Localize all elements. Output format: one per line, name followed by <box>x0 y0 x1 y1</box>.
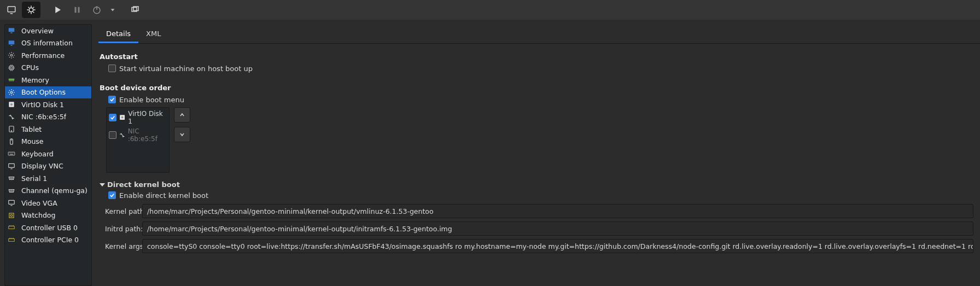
boot-device-list[interactable]: VirtIO Disk 1NIC :6b:e5:5f <box>106 107 170 173</box>
svg-rect-53 <box>9 164 15 167</box>
sidebar-item-label: Display VNC <box>21 162 63 170</box>
sidebar-item-performance[interactable]: Performance <box>5 49 91 62</box>
field-input[interactable]: console=ttyS0 console=tty0 root=live:htt… <box>142 239 973 253</box>
sidebar-item-nic-6b-e5-5f[interactable]: NIC :6b:e5:5f <box>5 111 91 124</box>
details-button[interactable] <box>22 2 40 18</box>
kernel-field-row: Initrd path:/home/marc/Projects/Personal… <box>105 221 979 236</box>
svg-rect-36 <box>10 80 11 81</box>
svg-rect-38 <box>13 80 14 81</box>
monitor-blue-icon <box>6 39 17 48</box>
tablet-icon <box>6 125 17 133</box>
sidebar-item-label: Controller PCIe 0 <box>21 236 79 244</box>
run-button[interactable] <box>48 2 67 18</box>
field-label: Kernel path: <box>105 207 138 215</box>
toolbar <box>0 0 980 20</box>
sidebar-item-serial-1[interactable]: Serial 1 <box>5 172 91 185</box>
pause-button[interactable] <box>68 2 86 18</box>
boot-device-checkbox[interactable] <box>109 131 116 139</box>
svg-point-41 <box>10 103 13 106</box>
shutdown-menu-chevron-icon[interactable] <box>107 7 118 13</box>
svg-marker-11 <box>55 7 61 13</box>
shutdown-button[interactable] <box>88 2 106 18</box>
gear-icon <box>6 51 17 60</box>
sidebar-item-mouse[interactable]: Mouse <box>5 136 91 148</box>
watchdog-icon <box>6 211 17 220</box>
sidebar-item-label: Video VGA <box>21 199 57 207</box>
monitor-icon <box>6 162 17 171</box>
svg-rect-34 <box>9 79 15 81</box>
tab-details[interactable]: Details <box>98 24 138 43</box>
sidebar-item-keyboard[interactable]: Keyboard <box>5 148 91 160</box>
field-input[interactable]: /home/marc/Projects/Personal/gentoo-mini… <box>142 221 973 236</box>
svg-rect-19 <box>9 28 15 32</box>
svg-rect-21 <box>9 40 15 44</box>
nic-icon <box>6 113 17 121</box>
sidebar-item-controller-pcie-0[interactable]: Controller PCIe 0 <box>5 234 91 247</box>
sidebar-item-label: VirtIO Disk 1 <box>21 101 64 109</box>
svg-line-10 <box>33 7 34 8</box>
snapshots-button[interactable] <box>126 2 144 18</box>
boot-device-row[interactable]: NIC :6b:e5:5f <box>107 126 169 144</box>
svg-rect-61 <box>9 201 15 205</box>
svg-rect-37 <box>12 80 13 81</box>
sidebar-item-memory[interactable]: Memory <box>5 74 91 86</box>
svg-rect-24 <box>10 66 14 69</box>
cpu-icon <box>6 63 17 72</box>
sidebar-item-channel-qemu-ga-[interactable]: Channel (qemu-ga) <box>5 185 91 197</box>
sidebar-item-label: Keyboard <box>21 150 54 158</box>
field-label: Initrd path: <box>105 225 138 233</box>
nic-icon <box>119 132 126 138</box>
svg-rect-46 <box>8 152 15 155</box>
sidebar-item-label: Mouse <box>21 137 44 145</box>
controller-icon <box>6 223 17 232</box>
boot-move-down-button[interactable] <box>174 127 190 142</box>
sidebar-item-label: Controller USB 0 <box>21 224 78 232</box>
sidebar-item-overview[interactable]: Overview <box>5 25 91 37</box>
sidebar-item-label: Memory <box>21 76 49 84</box>
sidebar-item-label: Performance <box>21 51 65 60</box>
sidebar-item-label: Serial 1 <box>21 174 47 183</box>
hardware-sidebar: OverviewOS informationPerformanceCPUsMem… <box>4 24 92 286</box>
field-input[interactable]: /home/marc/Projects/Personal/gentoo-mini… <box>142 204 973 218</box>
enable-direct-kernel-checkbox[interactable] <box>108 191 116 199</box>
svg-rect-63 <box>9 213 14 218</box>
boot-move-up-button[interactable] <box>174 107 190 122</box>
sidebar-item-virtio-disk-1[interactable]: VirtIO Disk 1 <box>5 98 91 111</box>
svg-point-57 <box>12 178 13 179</box>
sidebar-item-label: Watchdog <box>21 211 55 219</box>
autostart-checkbox[interactable] <box>108 65 116 72</box>
svg-rect-12 <box>75 7 77 13</box>
memory-icon <box>6 75 17 84</box>
sidebar-item-display-vnc[interactable]: Display VNC <box>5 160 91 173</box>
boot-device-row[interactable]: VirtIO Disk 1 <box>107 109 169 126</box>
sidebar-item-watchdog[interactable]: Watchdog <box>5 209 91 222</box>
direct-kernel-title: Direct kernel boot <box>107 180 180 189</box>
enable-boot-menu-label: Enable boot menu <box>119 96 184 104</box>
direct-kernel-expander[interactable]: Direct kernel boot <box>100 180 979 189</box>
serial-icon <box>6 174 17 183</box>
monitor-icon <box>6 199 17 207</box>
svg-point-43 <box>11 131 11 131</box>
svg-point-23 <box>10 55 13 57</box>
sidebar-item-cpus[interactable]: CPUs <box>5 62 91 74</box>
sidebar-item-label: NIC :6b:e5:5f <box>21 113 66 121</box>
svg-rect-22 <box>10 45 13 45</box>
svg-line-9 <box>28 12 30 13</box>
sidebar-item-os-information[interactable]: OS information <box>5 37 91 50</box>
svg-point-56 <box>11 178 12 179</box>
enable-boot-menu-checkbox[interactable] <box>108 96 116 103</box>
svg-rect-20 <box>10 33 13 33</box>
boot-device-checkbox[interactable] <box>109 114 116 121</box>
boot-device-label: VirtIO Disk 1 <box>128 110 167 125</box>
boot-order-title: Boot device order <box>100 84 979 92</box>
sidebar-item-video-vga[interactable]: Video VGA <box>5 197 91 209</box>
svg-rect-70 <box>9 238 15 241</box>
sidebar-item-boot-options[interactable]: Boot Options <box>5 86 91 99</box>
tab-xml[interactable]: XML <box>138 24 168 43</box>
sidebar-item-tablet[interactable]: Tablet <box>5 123 91 136</box>
svg-point-2 <box>29 8 33 12</box>
keyboard-icon <box>6 149 17 158</box>
console-button[interactable] <box>2 2 21 18</box>
sidebar-item-controller-usb-0[interactable]: Controller USB 0 <box>5 221 91 234</box>
svg-point-76 <box>121 116 123 119</box>
